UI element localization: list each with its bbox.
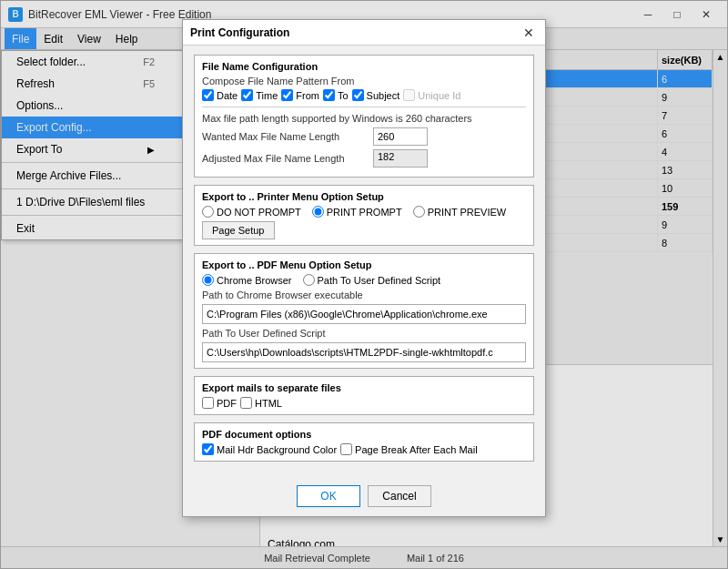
checkbox-page-break-label: Page Break After Each Mail [355, 444, 478, 455]
checkbox-pdf-label: PDF [217, 398, 237, 409]
filename-checkboxes: Date Time From To [202, 89, 526, 101]
pdf-title: Export to .. PDF Menu Option Setup [202, 259, 526, 270]
pdf-section: Export to .. PDF Menu Option Setup Chrom… [194, 253, 534, 369]
checkbox-to[interactable]: To [323, 89, 349, 101]
checkbox-date[interactable]: Date [202, 89, 238, 101]
radio-no-prompt-input[interactable] [202, 206, 214, 218]
radio-chrome-input[interactable] [202, 274, 214, 286]
checkbox-time-input[interactable] [241, 89, 253, 101]
checkbox-pdf-input[interactable] [202, 397, 214, 409]
checkbox-html-export[interactable]: HTML [240, 397, 282, 409]
checkbox-page-break[interactable]: Page Break After Each Mail [340, 443, 478, 455]
wanted-length-row: Wanted Max File Name Length [202, 127, 526, 146]
checkbox-date-label: Date [217, 90, 238, 101]
checkbox-date-input[interactable] [202, 89, 214, 101]
checkbox-uniqueid[interactable]: Unique Id [403, 89, 460, 101]
radio-print-prompt-label: PRINT PROMPT [327, 207, 402, 218]
script-path-input[interactable] [202, 342, 526, 362]
radio-print-prompt[interactable]: PRINT PROMPT [312, 206, 402, 218]
dialog-content: File Name Configuration Compose File Nam… [183, 46, 545, 478]
export-title: Export mails to separate files [202, 382, 526, 393]
checkbox-from-input[interactable] [281, 89, 293, 101]
export-checkboxes: PDF HTML [202, 397, 526, 409]
checkbox-time-label: Time [256, 90, 278, 101]
checkbox-to-input[interactable] [323, 89, 335, 101]
dialog-footer: OK Cancel [183, 478, 545, 516]
pdf-options-checkboxes: Mail Hdr Background Color Page Break Aft… [202, 443, 526, 455]
radio-script-label: Path To User Defined Script [318, 275, 441, 286]
wanted-value-input[interactable] [373, 127, 428, 146]
checkbox-time[interactable]: Time [241, 89, 278, 101]
checkbox-subject-label: Subject [367, 90, 400, 101]
radio-user-script[interactable]: Path To User Defined Script [303, 274, 441, 286]
adjusted-label: Adjusted Max File Name Length [202, 153, 366, 164]
checkbox-mail-hdr-label: Mail Hdr Background Color [217, 444, 337, 455]
printer-title: Export to .. Printer Menu Option Setup [202, 191, 526, 202]
checkbox-from-label: From [296, 90, 319, 101]
radio-chrome-label: Chrome Browser [217, 275, 292, 286]
checkbox-subject-input[interactable] [352, 89, 364, 101]
checkbox-pdf-export[interactable]: PDF [202, 397, 237, 409]
print-config-dialog: Print Configuration ✕ File Name Configur… [182, 19, 546, 517]
printer-section: Export to .. Printer Menu Option Setup D… [194, 185, 534, 246]
checkbox-mail-hdr-input[interactable] [202, 443, 214, 455]
export-section: Export mails to separate files PDF HTML [194, 376, 534, 415]
checkbox-uniqueid-input [403, 89, 415, 101]
compose-label: Compose File Name Pattern From [202, 76, 526, 86]
radio-no-prompt-label: DO NOT PROMPT [217, 207, 301, 218]
pdf-radios: Chrome Browser Path To User Defined Scri… [202, 274, 526, 286]
checkbox-html-label: HTML [255, 398, 282, 409]
checkbox-html-input[interactable] [240, 397, 252, 409]
chrome-path-label: Path to Chrome Browser executable [202, 290, 526, 300]
checkbox-to-label: To [338, 90, 349, 101]
ok-button[interactable]: OK [297, 485, 360, 507]
radio-chrome-browser[interactable]: Chrome Browser [202, 274, 292, 286]
wanted-label: Wanted Max File Name Length [202, 131, 366, 142]
file-name-section: File Name Configuration Compose File Nam… [194, 55, 534, 178]
main-window: B BitRecover EML Viewer - Free Edition ─… [0, 0, 728, 569]
checkbox-from[interactable]: From [281, 89, 319, 101]
file-name-title: File Name Configuration [202, 61, 526, 72]
dialog-title-bar: Print Configuration ✕ [183, 20, 545, 46]
radio-print-prompt-input[interactable] [312, 206, 324, 218]
dialog-title: Print Configuration [190, 26, 289, 39]
modal-overlay: Print Configuration ✕ File Name Configur… [1, 1, 727, 568]
printer-radios: DO NOT PROMPT PRINT PROMPT PRINT PREVIEW [202, 206, 526, 218]
checkbox-page-break-input[interactable] [340, 443, 352, 455]
radio-script-input[interactable] [303, 274, 315, 286]
cancel-button[interactable]: Cancel [368, 485, 431, 507]
divider-1 [202, 107, 526, 107]
radio-no-prompt[interactable]: DO NOT PROMPT [202, 206, 301, 218]
adjusted-value: 182 [373, 149, 428, 168]
max-windows-label: Max file path length supported by Window… [202, 113, 526, 124]
checkbox-subject[interactable]: Subject [352, 89, 400, 101]
radio-print-preview-label: PRINT PREVIEW [428, 207, 507, 218]
script-path-label: Path To User Defined Script [202, 328, 526, 339]
pdf-options-title: PDF document options [202, 429, 526, 440]
page-setup-button[interactable]: Page Setup [202, 221, 275, 239]
radio-print-preview[interactable]: PRINT PREVIEW [413, 206, 507, 218]
checkbox-mail-hdr-bg[interactable]: Mail Hdr Background Color [202, 443, 337, 455]
chrome-path-input[interactable] [202, 304, 526, 324]
dialog-close-button[interactable]: ✕ [520, 25, 538, 41]
radio-print-preview-input[interactable] [413, 206, 425, 218]
adjusted-length-row: Adjusted Max File Name Length 182 [202, 149, 526, 168]
checkbox-uniqueid-label: Unique Id [418, 90, 460, 101]
pdf-options-section: PDF document options Mail Hdr Background… [194, 422, 534, 462]
